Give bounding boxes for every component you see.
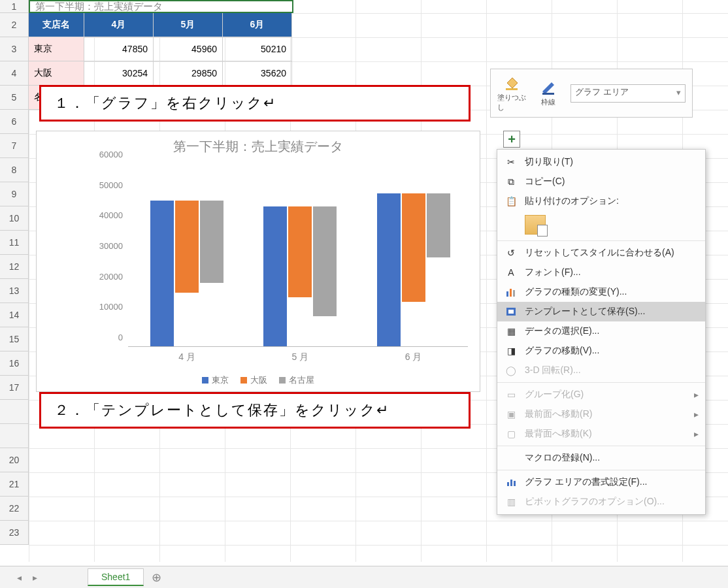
rotate-3d-icon: ◯: [504, 365, 518, 376]
outline-button[interactable]: 枠線: [534, 79, 563, 107]
chart-plus-button[interactable]: +: [503, 131, 520, 148]
bar-group: 5 月: [254, 206, 346, 346]
svg-rect-9: [514, 481, 516, 486]
chart[interactable]: 第一下半期：売上実績データ 01000020000300004000050000…: [36, 131, 480, 392]
row-header[interactable]: 5: [0, 86, 29, 110]
bar[interactable]: [402, 193, 425, 302]
row-header[interactable]: 9: [0, 182, 29, 206]
copy-icon: ⧉: [504, 176, 518, 188]
row-header[interactable]: [0, 424, 29, 448]
title-cell[interactable]: 第一下半期：売上実績データ: [29, 0, 293, 13]
menu-cut[interactable]: ✂ 切り取り(T): [497, 152, 705, 172]
menu-copy[interactable]: ⧉ コピー(C): [497, 172, 705, 191]
row-header[interactable]: 12: [0, 255, 29, 279]
row-header[interactable]: 22: [0, 497, 29, 521]
sheet-tab[interactable]: Sheet1: [88, 568, 144, 586]
menu-paste-options: 📋 貼り付けのオプション:: [497, 191, 705, 211]
menu-label: マクロの登録(N)...: [525, 452, 600, 464]
menu-separator: [497, 446, 705, 446]
header-m2[interactable]: 5月: [154, 13, 223, 37]
submenu-arrow-icon: ▸: [694, 409, 699, 419]
row-header[interactable]: [0, 400, 29, 424]
cell[interactable]: 47850: [84, 37, 154, 61]
menu-font[interactable]: A フォント(F)...: [497, 263, 705, 282]
bar[interactable]: [200, 201, 223, 283]
menu-paste-icon[interactable]: [497, 211, 705, 238]
menu-save-as-template[interactable]: テンプレートとして保存(S)...: [497, 302, 705, 321]
tab-nav-next[interactable]: ▸: [29, 572, 41, 583]
header-m1[interactable]: 4月: [84, 13, 154, 37]
save-template-icon: [504, 306, 518, 318]
menu-change-chart-type[interactable]: グラフの種類の変更(Y)...: [497, 282, 705, 302]
menu-label: 最前面へ移動(R): [525, 408, 592, 420]
menu-3d-rotate: ◯ 3-D 回転(R)...: [497, 361, 705, 380]
cell[interactable]: 大阪: [29, 61, 84, 86]
paste-option-icon[interactable]: [525, 215, 546, 235]
row-header[interactable]: 21: [0, 472, 29, 497]
bar[interactable]: [288, 206, 312, 297]
menu-format-chart-area[interactable]: グラフ エリアの書式設定(F)...: [497, 472, 705, 492]
row-header[interactable]: 15: [0, 327, 29, 351]
row-header[interactable]: 1: [0, 0, 29, 13]
row-header[interactable]: 6: [0, 110, 29, 134]
menu-move-chart[interactable]: ◨ グラフの移動(V)...: [497, 341, 705, 361]
cell[interactable]: 東京: [29, 37, 84, 61]
callout-1: １．「グラフ」を右クリック↵: [39, 85, 471, 122]
chart-type-icon: [504, 286, 518, 298]
y-tick: 30000: [99, 241, 123, 251]
scissors-icon: ✂: [504, 156, 518, 168]
row-header[interactable]: 14: [0, 303, 29, 327]
send-back-icon: ▢: [504, 428, 518, 440]
menu-label: グループ化(G): [525, 389, 584, 400]
row-header[interactable]: 17: [0, 376, 29, 400]
menu-select-data[interactable]: ▦ データの選択(E)...: [497, 321, 705, 341]
menu-pivot-options: ▥ ピボットグラフのオプション(O)...: [497, 492, 705, 512]
bar[interactable]: [377, 193, 401, 346]
bar-group: 4 月: [141, 201, 233, 346]
add-sheet-button[interactable]: ⊕: [148, 569, 165, 586]
cell[interactable]: 50210: [223, 37, 292, 61]
cell[interactable]: 35620: [223, 61, 292, 86]
row-header[interactable]: 11: [0, 231, 29, 255]
header-name[interactable]: 支店名: [29, 13, 84, 37]
row-header[interactable]: 20: [0, 448, 29, 472]
row-header[interactable]: 16: [0, 351, 29, 376]
tab-nav-prev[interactable]: ◂: [13, 572, 25, 583]
format-icon: [504, 476, 518, 488]
menu-label: 3-D 回転(R)...: [525, 365, 581, 376]
cell[interactable]: 29850: [154, 61, 223, 86]
row-header[interactable]: 3: [0, 37, 29, 61]
row-header[interactable]: 2: [0, 13, 29, 37]
legend-item[interactable]: 大阪: [240, 374, 267, 386]
legend-item[interactable]: 東京: [202, 374, 229, 386]
menu-assign-macro[interactable]: マクロの登録(N)...: [497, 448, 705, 468]
svg-rect-8: [510, 480, 512, 486]
menu-label: テンプレートとして保存(S)...: [525, 306, 645, 318]
row-header[interactable]: 23: [0, 521, 29, 545]
menu-reset-style[interactable]: ↺ リセットしてスタイルに合わせる(A): [497, 243, 705, 263]
cell[interactable]: 45960: [154, 37, 223, 61]
menu-label: データの選択(E)...: [525, 325, 599, 337]
fill-button[interactable]: 塗りつぶし: [497, 74, 526, 112]
row-header[interactable]: 13: [0, 279, 29, 303]
menu-separator: [497, 382, 705, 383]
menu-send-back: ▢ 最背面へ移動(K) ▸: [497, 424, 705, 444]
legend-item[interactable]: 名古屋: [279, 374, 314, 386]
bar[interactable]: [263, 206, 287, 346]
chart-plot: 0100002000030000400005000060000 4 月5 月6 …: [89, 164, 468, 347]
row-header[interactable]: 7: [0, 134, 29, 158]
bar[interactable]: [313, 206, 337, 316]
bar[interactable]: [175, 201, 199, 293]
header-m3[interactable]: 6月: [223, 13, 292, 37]
row-header[interactable]: 10: [0, 206, 29, 231]
submenu-arrow-icon: ▸: [694, 429, 699, 439]
bar[interactable]: [427, 193, 450, 257]
chart-area-dropdown[interactable]: グラフ エリア: [571, 84, 686, 103]
row-header[interactable]: 4: [0, 61, 29, 86]
group-icon: ▭: [504, 389, 518, 400]
bars-area: 4 月5 月6 月: [128, 164, 468, 347]
sheet-tab-bar: ◂ ▸ Sheet1 ⊕: [0, 566, 728, 588]
bar[interactable]: [150, 201, 174, 346]
cell[interactable]: 30254: [84, 61, 154, 86]
row-header[interactable]: 8: [0, 158, 29, 182]
